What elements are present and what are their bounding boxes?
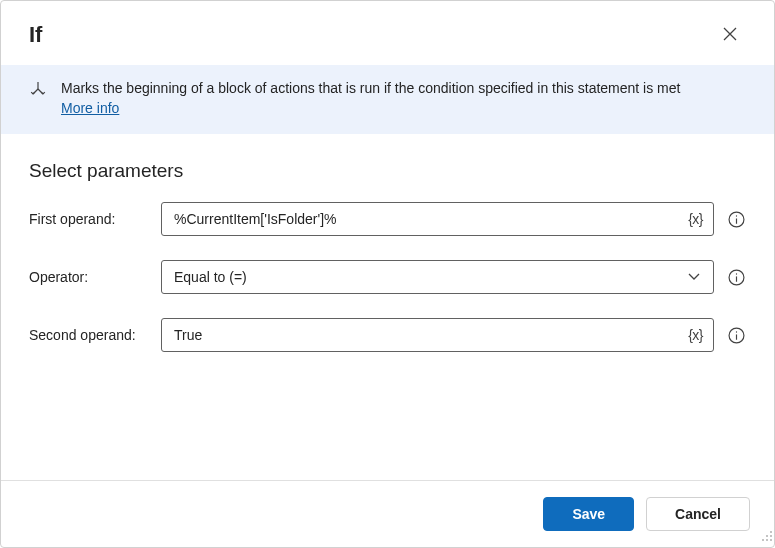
second-operand-row: Second operand: True {x} — [29, 318, 746, 352]
more-info-link[interactable]: More info — [61, 100, 119, 116]
if-dialog: If Marks the beginning of a block of act… — [0, 0, 775, 548]
variable-picker-icon[interactable]: {x} — [686, 211, 705, 227]
operator-label: Operator: — [29, 269, 149, 285]
operator-row: Operator: Equal to (=) — [29, 260, 746, 294]
branch-icon — [29, 81, 47, 103]
dialog-footer: Save Cancel — [1, 480, 774, 547]
info-bar: Marks the beginning of a block of action… — [1, 65, 774, 134]
close-icon — [723, 27, 737, 44]
chevron-down-icon — [683, 269, 705, 286]
svg-point-5 — [735, 331, 736, 332]
info-icon[interactable] — [726, 325, 746, 345]
info-icon[interactable] — [726, 267, 746, 287]
svg-point-3 — [735, 273, 736, 274]
first-operand-input[interactable]: %CurrentItem['IsFolder']% {x} — [161, 202, 714, 236]
second-operand-input[interactable]: True {x} — [161, 318, 714, 352]
svg-point-1 — [735, 215, 736, 216]
second-operand-label: Second operand: — [29, 327, 149, 343]
save-button[interactable]: Save — [543, 497, 634, 531]
info-text: Marks the beginning of a block of action… — [61, 79, 680, 118]
info-description: Marks the beginning of a block of action… — [61, 80, 680, 96]
variable-picker-icon[interactable]: {x} — [686, 327, 705, 343]
first-operand-label: First operand: — [29, 211, 149, 227]
first-operand-value: %CurrentItem['IsFolder']% — [174, 211, 686, 227]
dialog-title: If — [29, 22, 42, 48]
info-icon[interactable] — [726, 209, 746, 229]
section-heading: Select parameters — [29, 160, 746, 182]
first-operand-row: First operand: %CurrentItem['IsFolder']%… — [29, 202, 746, 236]
operator-value: Equal to (=) — [174, 269, 683, 285]
title-bar: If — [1, 1, 774, 65]
second-operand-value: True — [174, 327, 686, 343]
close-button[interactable] — [714, 19, 746, 51]
operator-select[interactable]: Equal to (=) — [161, 260, 714, 294]
dialog-content: Select parameters First operand: %Curren… — [1, 134, 774, 480]
cancel-button[interactable]: Cancel — [646, 497, 750, 531]
